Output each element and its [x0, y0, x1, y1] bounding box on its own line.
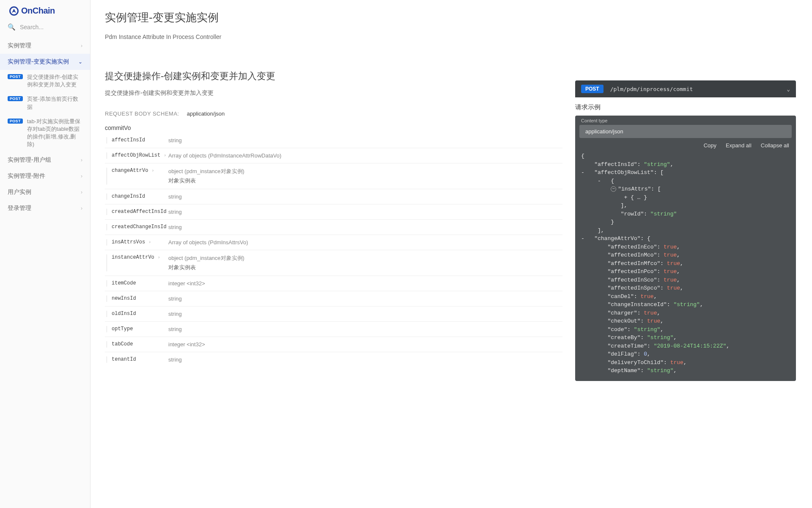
method-badge: POST [8, 119, 23, 124]
search-input[interactable] [20, 24, 82, 30]
chevron-right-icon: › [81, 173, 82, 179]
schema-row[interactable]: insAttrsVos ›Array of objects (PdmInsAtt… [105, 235, 562, 250]
sidebar-group-user-instance[interactable]: 用户实例 › [0, 184, 90, 200]
schema-row[interactable]: affectObjRowList ›Array of objects (PdmI… [105, 148, 562, 163]
chevron-right-icon: › [81, 189, 82, 195]
chevron-right-icon: › [161, 153, 166, 158]
schema-key: instanceAttrVo › [105, 254, 168, 271]
sidebar-group-usergroup[interactable]: 实例管理-用户组 › [0, 152, 90, 168]
schema-row[interactable]: instanceAttrVo ›object (pdm_instance对象实例… [105, 250, 562, 276]
schema-table: affectInsIdstringaffectObjRowList ›Array… [105, 133, 562, 367]
schema-key: affectInsId [105, 137, 168, 144]
schema-key: itemCode [105, 280, 168, 287]
nav-list: 实例管理 › 实例管理-变更实施实例 ⌄ POST 提交便捷操作-创建实例和变更… [0, 38, 90, 216]
sidebar-item-label: tab-对实施实例批量保存对tab页的table数据的操作(新增,修改,删除) [27, 118, 82, 149]
search-icon: 🔍 [8, 23, 16, 31]
sidebar-op-tab-add[interactable]: POST 页签-添加当前页行数据 [0, 92, 90, 114]
schema-type: string [168, 356, 562, 363]
schema-type: integer <int32> [168, 280, 562, 287]
sidebar-op-tab-batch[interactable]: POST tab-对实施实例批量保存对tab页的table数据的操作(新增,修改… [0, 114, 90, 152]
schema-type: Array of objects (PdmInstanceAttrRowData… [168, 152, 562, 159]
chevron-right-icon: › [81, 205, 82, 211]
collapse-all-button[interactable]: Collapse all [761, 142, 789, 149]
method-badge: POST [8, 96, 23, 101]
schema-key: createdAffectInsId [105, 209, 168, 215]
chevron-right-icon: › [149, 168, 154, 173]
schema-type: string [168, 209, 562, 215]
schema-type: integer <int32> [168, 341, 562, 348]
json-body[interactable]: { "affectInsId": "string", - "affectObjR… [575, 151, 796, 381]
schema-row: createdAffectInsIdstring [105, 204, 562, 220]
sidebar-item-label: 实例管理-用户组 [8, 156, 51, 164]
schema-row[interactable]: changeAttrVo ›object (pdm_instance对象实例)对… [105, 163, 562, 189]
main-content: 实例管理-变更实施实例 Pdm Instance Attribute In Pr… [91, 0, 812, 508]
schema-desc: 对象实例表 [168, 177, 562, 185]
chevron-right-icon: › [81, 157, 82, 163]
schema-type: object (pdm_instance对象实例)对象实例表 [168, 254, 562, 271]
doc-column: 实例管理-变更实施实例 Pdm Instance Attribute In Pr… [91, 0, 575, 508]
sidebar-item-label: 页签-添加当前页行数据 [27, 95, 82, 110]
brand-text: OnChain [21, 6, 55, 16]
code-card: Content type application/json Copy Expan… [575, 116, 796, 381]
sidebar-item-label: 登录管理 [8, 204, 31, 212]
schema-row: oldInsIdstring [105, 306, 562, 322]
schema-root-name: commitVo [105, 124, 562, 131]
copy-button[interactable]: Copy [704, 142, 716, 149]
schema-desc: 对象实例表 [168, 264, 562, 271]
schema-row: createdChangeInsIdstring [105, 220, 562, 235]
schema-key: oldInsId [105, 311, 168, 317]
schema-row: itemCodeinteger <int32> [105, 276, 562, 291]
search-bar[interactable]: 🔍 [0, 20, 90, 34]
sidebar-group-instance[interactable]: 实例管理 › [0, 38, 90, 54]
schema-key: createdChangeInsId [105, 224, 168, 230]
schema-label: REQUEST BODY SCHEMA: [105, 110, 179, 117]
operation-title: 提交便捷操作-创建实例和变更并加入变更 [105, 70, 562, 83]
method-badge: POST [8, 74, 23, 79]
chevron-down-icon: ⌄ [78, 59, 82, 65]
example-column: POST /plm/pdm/inprocess/commit ⌄ 请求示例 Co… [575, 0, 804, 508]
sidebar-group-attachment[interactable]: 实例管理-附件 › [0, 168, 90, 184]
schema-key: affectObjRowList › [105, 152, 168, 159]
sidebar-item-label: 用户实例 [8, 188, 31, 196]
schema-type: string [168, 137, 562, 144]
schema-key: optType [105, 326, 168, 332]
schema-content-type: application/json [187, 110, 225, 117]
schema-row: tabCodeinteger <int32> [105, 337, 562, 352]
request-path: /plm/pdm/inprocess/commit [610, 86, 787, 92]
schema-key: newInsId [105, 295, 168, 302]
content-type-value[interactable]: application/json [579, 125, 792, 138]
chevron-right-icon: › [81, 43, 82, 49]
sidebar-item-label: 实例管理 [8, 42, 31, 50]
content-type-label: Content type [575, 116, 796, 125]
chevron-right-icon: › [155, 255, 160, 260]
brand-icon [9, 6, 19, 16]
brand: OnChain [0, 0, 90, 20]
schema-type: string [168, 224, 562, 230]
schema-key: changeAttrVo › [105, 168, 168, 185]
schema-row: newInsIdstring [105, 291, 562, 306]
request-bar[interactable]: POST /plm/pdm/inprocess/commit ⌄ [575, 80, 796, 97]
page-title: 实例管理-变更实施实例 [105, 10, 562, 25]
schema-key: tabCode [105, 341, 168, 348]
sidebar-group-login[interactable]: 登录管理 › [0, 200, 90, 216]
schema-row: changeInsIdstring [105, 189, 562, 204]
sidebar-group-change-impl[interactable]: 实例管理-变更实施实例 ⌄ [0, 54, 90, 70]
example-heading: 请求示例 [575, 103, 796, 111]
sidebar-item-label: 提交便捷操作-创建实例和变更并加入变更 [27, 73, 82, 88]
sidebar-sublist: POST 提交便捷操作-创建实例和变更并加入变更 POST 页签-添加当前页行数… [0, 70, 90, 152]
schema-header: REQUEST BODY SCHEMA: application/json [105, 110, 562, 117]
schema-key: changeInsId [105, 193, 168, 200]
schema-type: object (pdm_instance对象实例)对象实例表 [168, 168, 562, 185]
expand-all-button[interactable]: Expand all [726, 142, 752, 149]
schema-key: insAttrsVos › [105, 239, 168, 246]
chevron-right-icon: › [146, 240, 151, 245]
sidebar-item-label: 实例管理-变更实施实例 [8, 58, 69, 66]
code-tools: Copy Expand all Collapse all [575, 138, 796, 151]
schema-type: string [168, 193, 562, 200]
operation-subtitle: 提交便捷操作-创建实例和变更并加入变更 [105, 89, 562, 97]
sidebar-op-commit[interactable]: POST 提交便捷操作-创建实例和变更并加入变更 [0, 70, 90, 92]
schema-type: Array of objects (PdmInsAttrsVo) [168, 239, 562, 246]
controller-name: Pdm Instance Attribute In Process Contro… [105, 33, 562, 40]
schema-row: affectInsIdstring [105, 133, 562, 148]
schema-type: string [168, 311, 562, 317]
